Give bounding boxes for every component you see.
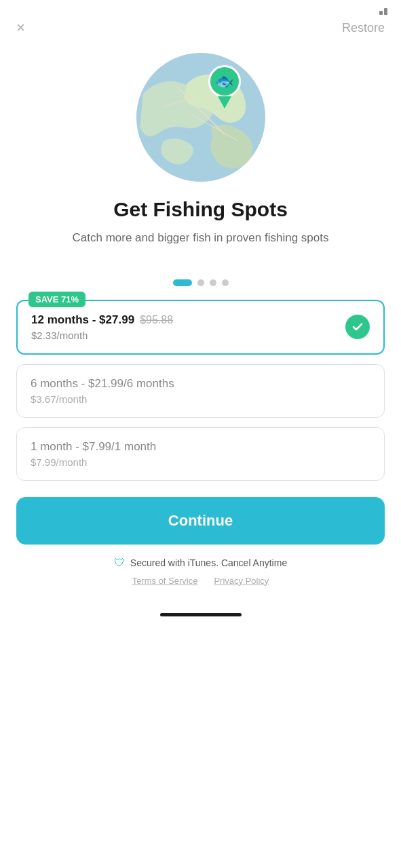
- footer: 🛡 Secured with iTunes. Cancel Anytime Te…: [0, 557, 401, 602]
- pagination-dots: [0, 279, 401, 286]
- secured-line: 🛡 Secured with iTunes. Cancel Anytime: [16, 557, 385, 569]
- plan-12months-title: 12 months - $27.99: [31, 313, 134, 327]
- dot-2: [197, 279, 204, 286]
- plan-12months[interactable]: SAVE 71% 12 months - $27.99 $95.88 $2.33…: [16, 300, 385, 355]
- plan-1month-details: 1 month - $7.99/1 month $7.99/month: [31, 440, 370, 468]
- dot-3: [210, 279, 216, 286]
- content-area: Get Fishing Spots Catch more and bigger …: [0, 198, 401, 247]
- footer-links: Terms of Service Privacy Policy: [16, 576, 385, 586]
- plan-12months-original: $95.88: [140, 314, 173, 326]
- plan-6months-per-month: $3.67/month: [31, 393, 370, 405]
- dot-4: [222, 279, 229, 286]
- hero-image: 🐟: [0, 53, 401, 182]
- fish-pin: 🐟: [206, 65, 244, 110]
- plan-6months-details: 6 months - $21.99/6 months $3.67/month: [31, 377, 370, 405]
- restore-button[interactable]: Restore: [342, 21, 385, 35]
- plan-1month[interactable]: 1 month - $7.99/1 month $7.99/month: [16, 427, 385, 481]
- top-nav: × Restore: [0, 15, 401, 46]
- plan-12months-details: 12 months - $27.99 $95.88 $2.33/month: [31, 313, 345, 341]
- subtitle-text: Catch more and bigger fish in proven fis…: [72, 229, 330, 247]
- plan-12months-per-month: $2.33/month: [31, 330, 345, 341]
- signal-icon: [379, 8, 387, 15]
- plan-1month-title: 1 month - $7.99/1 month: [31, 440, 156, 454]
- map-circle: 🐟: [136, 53, 265, 182]
- shield-icon: 🛡: [114, 557, 125, 569]
- privacy-link[interactable]: Privacy Policy: [214, 576, 269, 586]
- close-button[interactable]: ×: [16, 20, 25, 35]
- status-bar: [0, 0, 401, 15]
- terms-link[interactable]: Terms of Service: [132, 576, 198, 586]
- page-title: Get Fishing Spots: [22, 198, 379, 221]
- pricing-section: SAVE 71% 12 months - $27.99 $95.88 $2.33…: [0, 300, 401, 481]
- fish-icon: 🐟: [215, 73, 233, 90]
- secured-text: Secured with iTunes. Cancel Anytime: [130, 557, 287, 568]
- continue-button[interactable]: Continue: [16, 497, 385, 545]
- dot-1: [173, 279, 192, 286]
- plan-12months-check: [345, 315, 370, 339]
- plan-6months-title: 6 months - $21.99/6 months: [31, 377, 174, 391]
- home-indicator: [160, 613, 242, 616]
- plan-6months[interactable]: 6 months - $21.99/6 months $3.67/month: [16, 364, 385, 418]
- save-badge: SAVE 71%: [28, 292, 85, 307]
- plan-1month-per-month: $7.99/month: [31, 456, 370, 468]
